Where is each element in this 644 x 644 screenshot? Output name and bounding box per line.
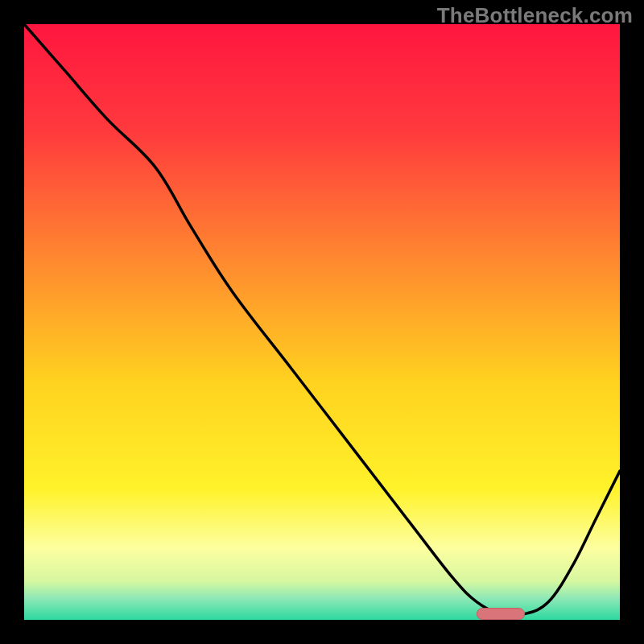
bottleneck-chart: [24, 24, 620, 620]
gradient-background: [24, 24, 620, 620]
chart-frame: TheBottleneck.com: [0, 0, 644, 644]
plot-area: [24, 24, 620, 620]
optimal-marker: [477, 609, 524, 620]
